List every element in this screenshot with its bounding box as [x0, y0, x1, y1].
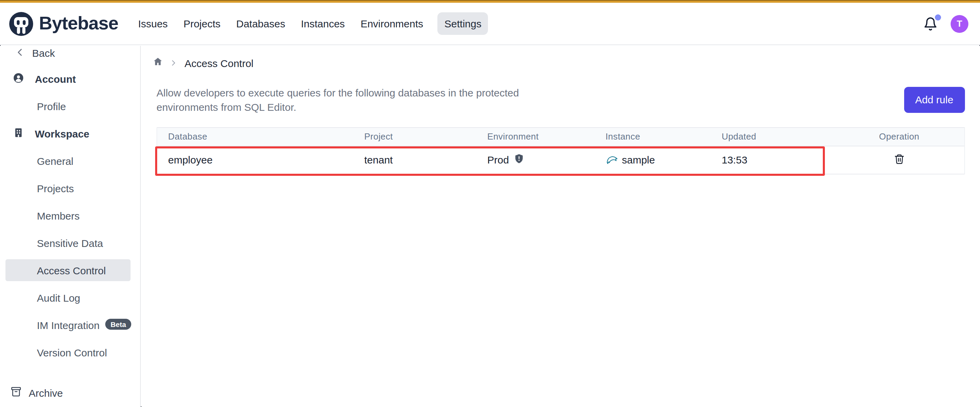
delete-rule-button[interactable]: [894, 153, 905, 167]
column-header-database: Database: [157, 128, 353, 145]
nav-item-issues[interactable]: Issues: [137, 12, 169, 35]
notifications-button[interactable]: [923, 16, 938, 31]
column-header-environment: Environment: [476, 128, 595, 145]
main-nav: Issues Projects Databases Instances Envi…: [137, 12, 488, 35]
cell-environment: Prod: [476, 146, 595, 174]
table-header-row: Database Project Environment Instance Up…: [157, 127, 964, 146]
top-navbar: Bytebase Issues Projects Databases Insta…: [0, 3, 980, 45]
archive-label: Archive: [29, 387, 63, 399]
sidebar-item-members[interactable]: Members: [0, 206, 140, 225]
back-button[interactable]: Back: [0, 46, 140, 62]
navbar-right: T: [923, 15, 968, 32]
top-accent-bar: [0, 0, 980, 3]
item-label: Projects: [37, 182, 74, 194]
breadcrumb: Access Control: [153, 57, 253, 69]
updated-time: 13:53: [722, 154, 747, 166]
trash-icon: [894, 153, 905, 167]
sidebar-item-sensitive-data[interactable]: Sensitive Data: [0, 233, 140, 252]
sidebar-section-account: Account: [0, 69, 140, 88]
sidebar-item-im-integration[interactable]: IM Integration Beta: [0, 315, 140, 335]
section-label: Workspace: [35, 128, 89, 139]
bell-icon: [923, 22, 938, 33]
nav-item-environments[interactable]: Environments: [359, 12, 425, 35]
bytebase-mascot-icon: [9, 11, 33, 36]
cell-project[interactable]: tenant: [353, 146, 476, 174]
instance-name: sample: [622, 154, 655, 166]
sidebar-item-archive[interactable]: Archive: [0, 383, 140, 402]
home-icon[interactable]: [153, 57, 163, 69]
chevron-left-icon: [16, 47, 32, 59]
bytebase-app-window: Bytebase Issues Projects Databases Insta…: [0, 0, 980, 407]
back-label: Back: [32, 47, 55, 59]
sidebar-item-general[interactable]: General: [0, 151, 140, 170]
archive-box-icon: [10, 386, 29, 399]
sidebar-item-audit-log[interactable]: Audit Log: [0, 288, 140, 307]
chevron-right-icon: [170, 57, 177, 69]
sidebar-item-projects[interactable]: Projects: [0, 179, 140, 198]
nav-item-projects[interactable]: Projects: [182, 12, 222, 35]
page-description: Allow developers to execute queries for …: [156, 86, 549, 114]
settings-sidebar: Back Account Profile: [0, 46, 141, 407]
item-label: Profile: [37, 100, 66, 112]
project-name: tenant: [364, 154, 393, 166]
column-header-instance: Instance: [595, 128, 711, 145]
item-label: Access Control: [37, 264, 106, 276]
cell-instance[interactable]: sample: [595, 146, 711, 174]
mysql-dolphin-icon: [606, 153, 619, 168]
access-rules-table: Database Project Environment Instance Up…: [156, 127, 965, 174]
nav-item-databases[interactable]: Databases: [235, 12, 286, 35]
cell-operation: [834, 146, 964, 174]
environment-name: Prod: [487, 154, 509, 166]
add-rule-button[interactable]: Add rule: [904, 86, 965, 113]
nav-item-instances[interactable]: Instances: [300, 12, 346, 35]
column-header-operation: Operation: [834, 128, 964, 145]
sidebar-item-access-control[interactable]: Access Control: [5, 259, 130, 281]
main-content: Access Control Allow developers to execu…: [142, 46, 980, 407]
avatar[interactable]: T: [951, 15, 968, 32]
item-label: Audit Log: [37, 292, 80, 303]
sidebar-section-workspace: Workspace: [0, 124, 140, 143]
brand-wordmark: Bytebase: [39, 13, 118, 34]
building-icon: [13, 127, 35, 140]
shield-exclamation-icon: [514, 153, 524, 166]
cell-updated: 13:53: [711, 146, 834, 174]
notification-dot: [935, 14, 941, 20]
column-header-updated: Updated: [711, 128, 834, 145]
item-label: Sensitive Data: [37, 237, 103, 249]
bytebase-logo[interactable]: Bytebase: [9, 11, 118, 36]
item-label: Members: [37, 210, 80, 221]
sidebar-item-version-control[interactable]: Version Control: [0, 343, 140, 362]
table-row: employee tenant Prod: [157, 146, 964, 174]
section-label: Account: [35, 73, 76, 85]
item-label: General: [37, 155, 73, 166]
beta-badge: Beta: [105, 319, 132, 330]
column-header-project: Project: [353, 128, 476, 145]
user-circle-icon: [13, 72, 35, 85]
breadcrumb-current: Access Control: [185, 57, 253, 69]
database-name: employee: [168, 154, 213, 166]
nav-item-settings[interactable]: Settings: [438, 12, 488, 35]
item-label: IM Integration: [37, 319, 99, 331]
item-label: Version Control: [37, 346, 107, 358]
sidebar-item-profile[interactable]: Profile: [0, 96, 140, 116]
cell-database: employee: [157, 146, 353, 174]
